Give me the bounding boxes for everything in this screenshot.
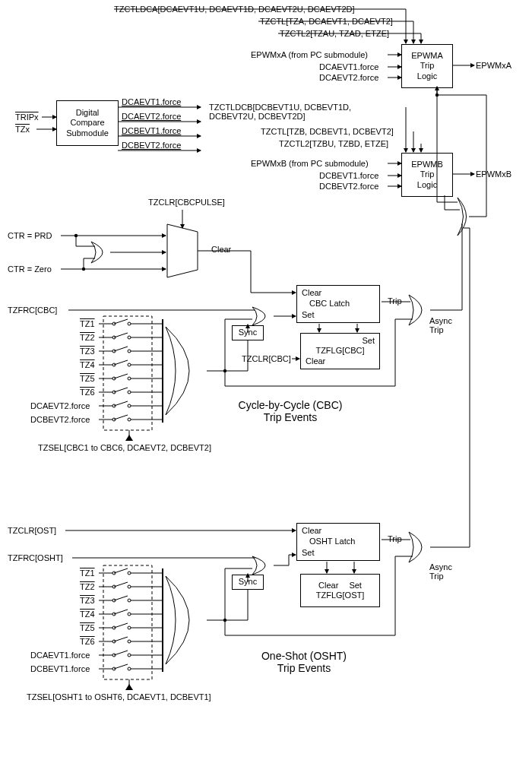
svg-line-70 [114,401,128,406]
cbc-tz3: TZ3 [80,347,95,356]
svg-point-63 [112,391,116,394]
cbc-tz5: TZ5 [80,374,95,383]
svg-point-38 [112,322,116,325]
svg-line-119 [114,637,128,641]
cbc-latch-set: Set [302,310,315,320]
cbc-tz1: TZ1 [80,319,95,328]
svg-line-60 [114,374,128,378]
svg-point-69 [128,404,131,407]
svg-line-40 [114,319,128,324]
osht-latch-set: Set [302,548,315,558]
svg-point-59 [128,377,131,380]
svg-point-58 [112,377,116,380]
svg-point-102 [112,599,116,602]
cbc-tz2: TZ2 [80,333,95,342]
osht-tz6: TZ6 [80,637,95,646]
label-tzctl-b: TZCTL[TZB, DCBEVT1, DCBEVT2] [261,127,394,136]
svg-point-23 [435,93,439,97]
label-epwmxb-out: EPWMxB [476,169,511,179]
osht-flg-clear: Clear [318,581,338,591]
svg-point-97 [112,585,116,588]
label-ctr-prd: CTR = PRD [8,231,52,240]
svg-line-65 [114,388,128,392]
svg-point-27 [74,234,78,237]
label-epwmxb-in: EPWMxB (from PC submodule) [251,159,369,168]
box-osht-sync: Sync [232,575,264,590]
title-osht: One-Shot (OSHT) Trip Events [228,650,380,674]
cbc-tz4: TZ4 [80,360,95,369]
svg-point-92 [112,572,116,575]
svg-line-55 [114,360,128,365]
svg-line-94 [114,568,128,573]
label-dca1force: DCAEVT1.force [319,62,378,71]
svg-point-117 [112,640,116,643]
muxsel-10: 10 [173,247,182,255]
box-cbc-flag: Set TZFLG[CBC] Clear [300,333,380,369]
label-tzctl2-b: TZCTL2[TZBU, TZBD, ETZE] [279,139,388,148]
label-dcbevt2f: DCBEVT2.force [122,141,181,150]
svg-point-64 [128,391,131,394]
label-tzsel-cbc: TZSEL[CBC1 to CBC6, DCAEVT2, DCBEVT2] [38,443,211,452]
svg-rect-88 [103,565,152,679]
box-osht-flag: Clear Set TZFLG[OST] [300,574,380,607]
svg-point-54 [128,363,131,366]
cbc-dca2f: DCAEVT2.force [30,401,90,410]
svg-point-80 [223,369,226,372]
svg-point-74 [128,418,131,421]
osht-flg-name: TZFLG[OST] [316,591,365,600]
label-tzctl-a: TZCTL[TZA, DCAEVT1, DCAEVT2] [260,17,393,26]
label-tzx: TZx [15,125,30,134]
svg-point-39 [128,322,131,325]
label-epwmxa-out: EPWMxA [476,61,511,70]
label-cbc-trip: Trip [388,296,402,306]
osht-dcb1f: DCBEVT1.force [30,664,90,673]
cbc-dcb2f: DCBEVT2.force [30,415,90,424]
label-tzfrc-osht: TZFRC[OSHT] [8,553,63,562]
label-osht-trip: Trip [388,534,402,543]
cbc-flg-clear: Clear [306,356,325,366]
label-tzclr-cbc: TZCLR[CBC] [242,354,291,363]
box-digital-compare: Digital Compare Submodule [56,100,119,146]
svg-point-49 [128,350,131,353]
svg-line-129 [114,664,128,669]
svg-point-98 [128,585,131,588]
svg-point-118 [128,640,131,643]
box-epwmb-trip-logic: EPWMB Trip Logic [401,153,453,197]
svg-point-93 [128,572,131,575]
svg-point-107 [112,613,116,616]
svg-point-112 [112,626,116,629]
svg-point-68 [112,404,116,407]
label-epwmxa-in: EPWMxA (from PC submodule) [251,50,368,59]
osht-flg-set: Set [349,581,362,591]
osht-latch-clear: Clear [302,526,321,536]
box-epwma-trip-logic: EPWMA Trip Logic [401,44,453,88]
svg-point-43 [112,336,116,339]
svg-line-124 [114,651,128,655]
label-tzfrc-cbc: TZFRC[CBC] [8,306,57,315]
osht-latch-name: OSHT Latch [309,537,355,546]
muxsel-00: 00 [173,262,182,271]
svg-point-122 [112,654,116,657]
svg-point-123 [128,654,131,657]
label-tripx: TRIPx [15,112,39,122]
label-tzclr-ost: TZCLR[OST] [8,526,56,535]
label-osht-async-trip: Async Trip [429,562,452,581]
osht-tz5: TZ5 [80,623,95,632]
svg-point-108 [128,613,131,616]
label-ctr-zero: CTR = Zero [8,264,52,274]
svg-line-104 [114,596,128,600]
muxsel-01: 01 [173,232,182,240]
label-tzctl2-a: TZCTL2[TZAU, TZAD, ETZE] [280,29,389,38]
box-osht-latch: Clear OSHT Latch Set [296,523,380,561]
osht-tz3: TZ3 [80,596,95,605]
label-dcb2force: DCBEVT2.force [319,182,378,191]
svg-line-109 [114,610,128,614]
title-cbc: Cycle-by-Cycle (CBC) Trip Events [214,399,366,423]
box-cbc-sync: Sync [232,325,264,340]
label-dca2force: DCAEVT2.force [319,73,378,82]
osht-tz2: TZ2 [80,582,95,591]
svg-point-73 [112,418,116,421]
label-dcb1force: DCBEVT1.force [319,171,378,180]
osht-tz4: TZ4 [80,610,95,619]
svg-point-127 [112,667,116,670]
